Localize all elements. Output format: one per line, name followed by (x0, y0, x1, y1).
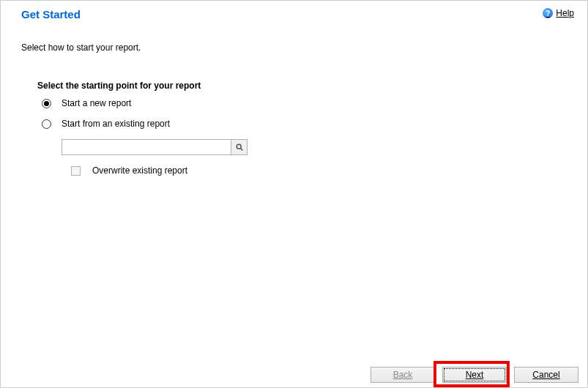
next-button[interactable]: Next (442, 367, 507, 383)
radio-existing-report[interactable] (42, 119, 51, 129)
cancel-button[interactable]: Cancel (514, 367, 578, 383)
help-icon: ? (543, 8, 553, 18)
back-button[interactable]: Back (371, 367, 435, 383)
page-title: Get Started (21, 8, 81, 20)
existing-report-input[interactable] (62, 139, 231, 155)
help-link[interactable]: ? Help (543, 8, 574, 18)
help-label: Help (556, 8, 574, 18)
footer-buttons: Back Next Cancel (371, 367, 578, 383)
radio-existing-report-label: Start from an existing report (62, 119, 170, 129)
intro-text: Select how to start your report. (21, 42, 587, 53)
radio-new-report-label: Start a new report (62, 98, 131, 108)
svg-point-0 (237, 144, 241, 149)
overwrite-label: Overwrite existing report (92, 165, 187, 176)
search-icon (235, 143, 244, 152)
browse-button[interactable] (231, 139, 248, 155)
svg-line-1 (240, 149, 242, 151)
radio-new-report[interactable] (42, 99, 51, 108)
radio-group: Start a new report Start from an existin… (42, 98, 587, 129)
overwrite-checkbox[interactable] (71, 166, 81, 176)
section-label: Select the starting point for your repor… (37, 81, 587, 91)
